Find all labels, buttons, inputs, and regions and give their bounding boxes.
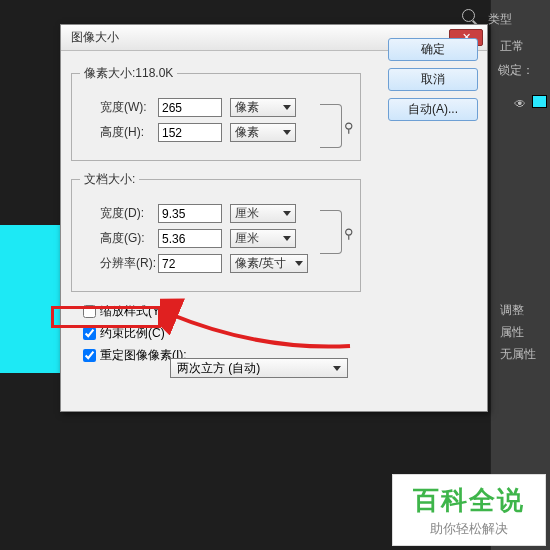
doc-width-label: 宽度(D): (100, 205, 158, 222)
document-size-group: 文档大小: 宽度(D): 厘米 高度(G): 厘米 分辨率(R): 像素/英寸 (71, 171, 361, 292)
chevron-down-icon (283, 236, 291, 241)
right-panel-strip (490, 0, 550, 550)
arrow-annotation (160, 296, 360, 356)
pixel-dimensions-legend: 像素大小:118.0K (80, 65, 177, 82)
pixel-height-unit-label: 像素 (235, 124, 259, 141)
eye-icon[interactable]: 👁 (514, 97, 526, 111)
resample-checkbox[interactable] (83, 349, 96, 362)
ok-button[interactable]: 确定 (388, 38, 478, 61)
doc-width-unit-label: 厘米 (235, 205, 259, 222)
pixel-width-label: 宽度(W): (100, 99, 158, 116)
pixel-height-input[interactable] (158, 123, 222, 142)
pixel-height-label: 高度(H): (100, 124, 158, 141)
no-properties-label: 无属性 (500, 346, 536, 363)
chevron-down-icon (295, 261, 303, 266)
watermark-title: 百科全说 (413, 483, 525, 518)
adjustments-tab[interactable]: 调整 (500, 302, 524, 319)
watermark: 百科全说 助你轻松解决 (392, 474, 546, 546)
watermark-subtitle: 助你轻松解决 (430, 520, 508, 538)
search-icon (462, 9, 475, 22)
link-bracket-icon (320, 104, 342, 148)
blend-mode-label: 正常 (500, 38, 524, 55)
dialog-title: 图像大小 (71, 29, 119, 46)
chain-icon[interactable]: ⚲ (344, 120, 354, 135)
doc-width-unit-select[interactable]: 厘米 (230, 204, 296, 223)
doc-height-label: 高度(G): (100, 230, 158, 247)
pixel-width-unit-label: 像素 (235, 99, 259, 116)
constrain-proportions-checkbox[interactable] (83, 327, 96, 340)
doc-height-input[interactable] (158, 229, 222, 248)
pixel-dimensions-group: 像素大小:118.0K 宽度(W): 像素 高度(H): 像素 ⚲ (71, 65, 361, 161)
layer-color-swatch[interactable] (532, 95, 547, 108)
doc-height-unit-label: 厘米 (235, 230, 259, 247)
doc-height-unit-select[interactable]: 厘米 (230, 229, 296, 248)
resolution-unit-select[interactable]: 像素/英寸 (230, 254, 308, 273)
type-label: 类型 (488, 11, 512, 28)
resolution-label: 分辨率(R): (100, 255, 158, 272)
chevron-down-icon (283, 105, 291, 110)
doc-width-input[interactable] (158, 204, 222, 223)
properties-tab[interactable]: 属性 (500, 324, 524, 341)
auto-button[interactable]: 自动(A)... (388, 98, 478, 121)
chain-icon[interactable]: ⚲ (344, 226, 354, 241)
resolution-unit-label: 像素/英寸 (235, 255, 286, 272)
highlight-annotation (51, 306, 161, 328)
resample-method-label: 两次立方 (自动) (177, 360, 260, 377)
chevron-down-icon (283, 211, 291, 216)
chevron-down-icon (333, 366, 341, 371)
document-size-legend: 文档大小: (80, 171, 139, 188)
pixel-height-unit-select[interactable]: 像素 (230, 123, 296, 142)
pixel-width-input[interactable] (158, 98, 222, 117)
canvas-edge (0, 225, 60, 373)
resolution-input[interactable] (158, 254, 222, 273)
chevron-down-icon (283, 130, 291, 135)
resample-method-select[interactable]: 两次立方 (自动) (170, 358, 348, 378)
link-bracket-icon (320, 210, 342, 254)
lock-label: 锁定： (498, 62, 534, 79)
cancel-button[interactable]: 取消 (388, 68, 478, 91)
pixel-width-unit-select[interactable]: 像素 (230, 98, 296, 117)
